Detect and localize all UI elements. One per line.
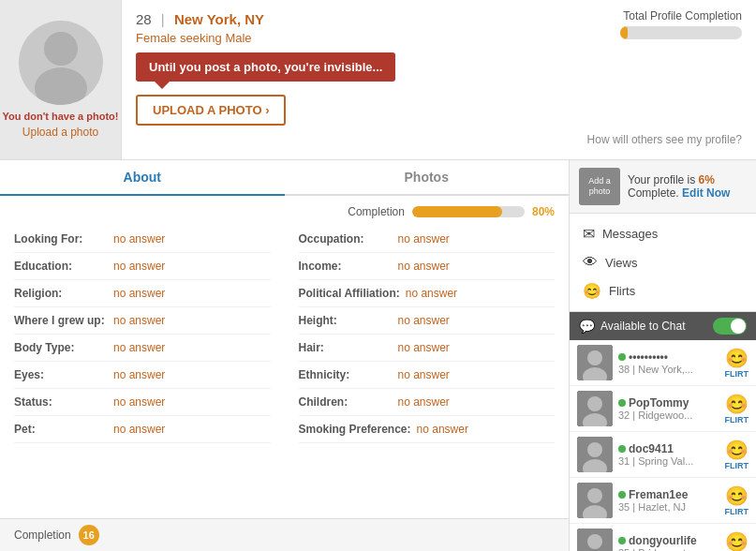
chat-item[interactable]: doc941131 | Spring Val...😊FLIRT xyxy=(570,432,756,478)
chat-sub: 31 | Spring Val... xyxy=(618,455,719,467)
field-value: no answer xyxy=(398,232,450,246)
available-toggle[interactable] xyxy=(713,318,747,335)
chat-username: dongyourlife xyxy=(629,534,697,547)
nav-label: Messages xyxy=(602,227,658,241)
add-photo-label: Add a photo xyxy=(579,176,620,197)
tabs: About Photos xyxy=(0,160,569,196)
flirt-button[interactable]: 😊FLIRT xyxy=(725,530,749,551)
tab-about[interactable]: About xyxy=(0,160,285,196)
nav-label: Flirts xyxy=(609,284,635,298)
svg-point-6 xyxy=(587,396,602,411)
age: 28 xyxy=(136,11,152,27)
field-row: Body Type:no answer xyxy=(14,335,271,362)
field-row: Smoking Preference:no answer xyxy=(299,416,556,443)
profile-percent-text: Your profile is 6% Complete. Edit Now xyxy=(628,173,730,200)
chat-item[interactable]: PopTommy32 | Ridgewoo...😊FLIRT xyxy=(570,386,756,432)
field-row: Pet:no answer xyxy=(14,416,271,443)
flirt-button[interactable]: 😊FLIRT xyxy=(725,347,749,379)
profile-complete-text: Your profile is xyxy=(628,173,695,186)
flirt-icon: 😊 xyxy=(725,393,749,415)
online-dot xyxy=(618,537,626,544)
online-dot xyxy=(618,491,626,499)
chat-item[interactable]: Freman1ee35 | Hazlet, NJ😊FLIRT xyxy=(570,478,756,524)
field-label: Eyes: xyxy=(14,368,108,381)
field-value: no answer xyxy=(113,232,165,246)
available-header: 💬 Available to Chat xyxy=(570,312,756,340)
svg-point-0 xyxy=(44,32,78,66)
field-label: Children: xyxy=(299,395,393,409)
field-value: no answer xyxy=(113,368,165,381)
chat-name: •••••••••• xyxy=(618,350,719,364)
svg-point-1 xyxy=(35,67,87,105)
field-label: Education: xyxy=(14,260,108,273)
field-value: no answer xyxy=(398,314,450,327)
field-label: Political Affiliation: xyxy=(299,287,400,300)
avatar xyxy=(19,21,103,105)
sidebar-nav-item[interactable]: 👁Views xyxy=(570,248,756,276)
profile-photo-area: You don't have a photo! Upload a photo xyxy=(0,0,122,159)
chat-item[interactable]: dongyourlife35 | Bridgeport...😊FLIRT xyxy=(570,524,756,551)
online-dot xyxy=(618,399,626,407)
flirt-button[interactable]: 😊FLIRT xyxy=(725,439,749,470)
how-will-text[interactable]: How will others see my profile? xyxy=(587,133,742,150)
about-completion-pct: 80% xyxy=(532,205,555,218)
chat-list: ••••••••••38 | New York,...😊FLIRTPopTomm… xyxy=(570,340,756,551)
sidebar-nav-item[interactable]: 😊Flirts xyxy=(570,276,756,305)
add-photo-btn[interactable]: Add a photo xyxy=(579,168,620,205)
field-row: Height:no answer xyxy=(299,307,556,335)
nav-label: Views xyxy=(605,256,637,270)
completion-area: Total Profile Completion How will others… xyxy=(573,0,756,159)
flirt-button[interactable]: 😊FLIRT xyxy=(725,484,749,516)
completion-bar xyxy=(620,26,742,39)
nav-icon: 😊 xyxy=(583,282,601,300)
field-value: no answer xyxy=(113,341,165,354)
field-row: Education:no answer xyxy=(14,253,271,280)
chat-avatar xyxy=(577,391,613,426)
completion-label: Total Profile Completion xyxy=(623,9,742,22)
sidebar-top: Add a photo Your profile is 6% Complete.… xyxy=(570,160,756,214)
chat-info: dongyourlife35 | Bridgeport... xyxy=(618,534,719,551)
field-row: Status:no answer xyxy=(14,389,271,416)
field-value: no answer xyxy=(406,287,457,300)
top-bar: You don't have a photo! Upload a photo 2… xyxy=(0,0,756,160)
field-label: Hair: xyxy=(299,341,393,354)
edit-now-link[interactable]: Edit Now xyxy=(682,186,730,200)
chat-bubble-icon: 💬 xyxy=(579,319,595,334)
upload-photo-link[interactable]: Upload a photo xyxy=(22,126,98,139)
field-value: no answer xyxy=(398,395,450,409)
chat-avatar xyxy=(577,529,613,551)
field-value: no answer xyxy=(113,423,165,436)
svg-point-12 xyxy=(587,488,602,503)
bottom-completion-badge: 16 xyxy=(79,525,99,545)
left-column: Looking For:no answerEducation:no answer… xyxy=(14,226,271,443)
field-row: Looking For:no answer xyxy=(14,226,271,253)
chat-item[interactable]: ••••••••••38 | New York,...😊FLIRT xyxy=(570,340,756,386)
field-row: Ethnicity:no answer xyxy=(299,362,556,389)
content-area: About Photos Completion 80% Looking For:… xyxy=(0,160,569,551)
sidebar-nav-item[interactable]: ✉Messages xyxy=(570,219,756,248)
chat-username: •••••••••• xyxy=(629,350,668,364)
right-column: Occupation:no answerIncome:no answerPoli… xyxy=(299,226,556,443)
sidebar: Add a photo Your profile is 6% Complete.… xyxy=(569,160,756,551)
flirt-label: FLIRT xyxy=(725,461,749,470)
field-value: no answer xyxy=(113,314,165,327)
tab-photos[interactable]: Photos xyxy=(285,160,570,194)
flirt-button[interactable]: 😊FLIRT xyxy=(725,393,749,424)
upload-photo-button[interactable]: UPLOAD A PHOTO xyxy=(136,95,286,126)
chat-username: PopTommy xyxy=(629,396,689,410)
chat-info: doc941131 | Spring Val... xyxy=(618,442,719,467)
chat-sub: 38 | New York,... xyxy=(618,364,719,375)
chat-avatar xyxy=(577,483,613,518)
field-label: Height: xyxy=(299,314,393,327)
field-value: no answer xyxy=(398,341,450,354)
svg-point-3 xyxy=(587,350,602,365)
field-value: no answer xyxy=(417,423,468,436)
avatar-silhouette xyxy=(19,21,103,105)
field-value: no answer xyxy=(398,368,450,381)
flirt-label: FLIRT xyxy=(725,415,749,424)
field-value: no answer xyxy=(113,395,165,409)
field-value: no answer xyxy=(398,260,450,273)
completion-text: Completion xyxy=(348,205,405,218)
available-label: Available to Chat xyxy=(600,320,686,333)
field-row: Hair:no answer xyxy=(299,335,556,362)
